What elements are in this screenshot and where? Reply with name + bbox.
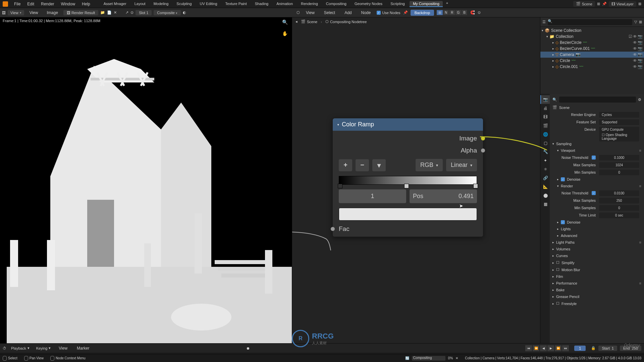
pan-icon[interactable]: ✋	[282, 31, 288, 36]
compositor-node-editor[interactable]: ◂ 🎬 Scene › ⬡ Compositing Nodetree ▾ Col…	[292, 17, 540, 349]
fac-socket[interactable]	[331, 227, 335, 231]
ramp-stop-2[interactable]	[473, 184, 478, 188]
camera-icon[interactable]: 📷	[638, 64, 643, 69]
volumes-header[interactable]: ▸Volumes	[550, 246, 644, 252]
ch-g[interactable]: G	[455, 10, 462, 15]
current-frame[interactable]: 1	[574, 346, 586, 351]
camera-icon[interactable]: 📷	[638, 40, 643, 45]
ws-tab-scripting[interactable]: Scripting	[387, 1, 408, 7]
overlay-icon[interactable]: ⊙	[130, 10, 133, 15]
ws-tab-rendering[interactable]: Rendering	[298, 1, 321, 7]
tree-item-beziercircle[interactable]: ▸ ◇ BezierCircle 〰 👁📷	[540, 40, 644, 46]
eye-icon[interactable]: 👁	[633, 64, 637, 69]
tl-marker[interactable]: Marker	[73, 346, 93, 351]
render-header[interactable]: ▾Render≡	[554, 183, 644, 189]
view-menu2[interactable]: View	[26, 10, 42, 15]
ramp-stop-1[interactable]	[404, 184, 409, 188]
image-socket[interactable]	[481, 136, 485, 140]
ramp-stop-0[interactable]	[338, 184, 342, 188]
ptab-modifier[interactable]: 🔧	[540, 147, 550, 156]
color-ramp-node[interactable]: ▾ Color Ramp Image Alpha + − ▾ RGB▾	[332, 118, 483, 237]
ramp-menu-button[interactable]: ▾	[372, 159, 386, 171]
gizmo-icon[interactable]: ↗	[125, 10, 128, 15]
frame-lock-icon[interactable]: 🔒	[591, 346, 596, 350]
render-result-field[interactable]: 🖼 Render Result	[63, 10, 98, 15]
eye-icon[interactable]: 👁	[633, 46, 637, 51]
cancel-icon[interactable]: ✕	[455, 356, 458, 360]
ptab-particles[interactable]: ✦	[540, 156, 550, 165]
overlay2-icon[interactable]: ⊙	[478, 10, 481, 15]
viewlayer-new-icon[interactable]: ⊞	[638, 2, 641, 6]
ramp-interp-dropdown[interactable]: Linear▾	[446, 159, 477, 171]
filter-icon[interactable]: ▽	[634, 20, 637, 24]
pin-icon[interactable]: 📌	[403, 10, 408, 15]
motionblur-header[interactable]: ▸☐ Motion Blur	[550, 266, 644, 273]
sampling-header[interactable]: ▾Sampling	[550, 140, 644, 147]
ws-tab-sculpting[interactable]: Sculpting	[173, 1, 195, 7]
node-header[interactable]: ▾ Color Ramp	[333, 118, 483, 131]
lightpaths-header[interactable]: ▸Light Paths≡	[550, 239, 644, 246]
film-header[interactable]: ▸Film	[550, 273, 644, 280]
render-engine-dropdown[interactable]: Cycles	[599, 112, 639, 118]
scene-new-icon[interactable]: ⊞	[597, 2, 600, 6]
ptab-render[interactable]: 📷	[540, 95, 550, 104]
ramp-mode-dropdown[interactable]: RGB▾	[416, 159, 443, 171]
camera-icon[interactable]: 📷	[638, 52, 643, 57]
ws-tab-modeling[interactable]: Modeling	[150, 1, 172, 7]
jump-start-button[interactable]: ⏮	[525, 345, 532, 351]
pass-selector[interactable]: Composite ▾	[154, 10, 181, 15]
options-icon[interactable]: ⚙	[638, 98, 641, 102]
slot-selector[interactable]: Slot 1	[136, 10, 152, 15]
eye-icon[interactable]: 👁	[633, 34, 637, 39]
simplify-header[interactable]: ▸☐ Simplify	[550, 259, 644, 266]
viewlayer-selector[interactable]: 🎞 ViewLayer	[609, 1, 636, 7]
ws-tab-texture[interactable]: Texture Paint	[222, 1, 250, 7]
tree-collection[interactable]: ▾ 📁 Collection ☑👁📷	[540, 34, 644, 40]
r-min-field[interactable]: 0	[599, 205, 639, 211]
prev-key-button[interactable]: ⏪	[533, 345, 539, 351]
camera-icon[interactable]: 📷	[638, 58, 643, 63]
ramp-gradient[interactable]	[339, 176, 477, 185]
advanced-header[interactable]: ▸Advanced	[554, 232, 644, 239]
tree-item-circle[interactable]: ▸ ◇ Circle 〰 👁📷	[540, 58, 644, 64]
ramp-index-field[interactable]: 1	[339, 189, 406, 203]
freestyle-header[interactable]: ▸☐ Freestyle	[550, 300, 644, 307]
osl-toggle[interactable]: ☐ Open Shading Language	[599, 132, 639, 141]
tree-item-camera[interactable]: ▸ ▽ Camera 📷 👁📷	[540, 52, 644, 58]
snap-icon[interactable]: 🧲	[470, 10, 475, 15]
new-image-icon[interactable]: 📄	[107, 10, 112, 15]
zoom-icon[interactable]: 🔍	[282, 19, 288, 25]
prop-scene-crumb[interactable]: 🎬 Scene	[550, 104, 644, 111]
color-mode-icon[interactable]: ◐	[183, 10, 186, 15]
vp-min-field[interactable]: 0	[599, 170, 639, 175]
exclude-icon[interactable]: ☑	[629, 34, 632, 39]
ptab-texture[interactable]: ▦	[540, 200, 550, 208]
tree-scene-collection[interactable]: ▾ 📦 Scene Collection	[540, 27, 644, 34]
r-denoise-header[interactable]: ▸✓Denoise	[554, 219, 644, 226]
scene-selector[interactable]: 🎬 Scene	[573, 1, 595, 7]
eye-icon[interactable]: 👁	[633, 52, 637, 57]
vp-max-field[interactable]: 1024	[599, 162, 639, 168]
autokey-icon[interactable]: ⏺	[246, 346, 250, 350]
keying-menu[interactable]: Keying ▾	[34, 345, 53, 351]
ws-tab-geonodes[interactable]: Geometry Nodes	[351, 1, 386, 7]
vp-denoise-header[interactable]: ▸✓Denoise	[554, 176, 644, 183]
ws-tab-compositing[interactable]: Compositing	[323, 1, 350, 7]
bc-nodetree[interactable]: ⬡ Compositing Nodetree	[325, 19, 367, 24]
ne-view[interactable]: View	[303, 10, 318, 15]
ch-b[interactable]: B	[462, 10, 468, 15]
play-button[interactable]: ▶	[547, 345, 554, 351]
ptab-scene[interactable]: 🎬	[540, 121, 550, 130]
ws-tab-asset[interactable]: Asset Mnager	[100, 1, 130, 7]
close-image-icon[interactable]: ✕	[114, 10, 117, 15]
r-max-field[interactable]: 250	[599, 198, 639, 203]
next-key-button[interactable]: ⏩	[555, 345, 561, 351]
ptab-world[interactable]: 🌐	[540, 130, 550, 139]
ne-add[interactable]: Add	[341, 10, 355, 15]
view-menu[interactable]: View▾	[8, 10, 24, 15]
alpha-socket[interactable]	[481, 148, 485, 153]
outliner[interactable]: ▾ 📦 Scene Collection ▾ 📁 Collection ☑👁📷 …	[540, 27, 644, 94]
feature-set-dropdown[interactable]: Supported	[599, 119, 639, 125]
tl-view[interactable]: View	[55, 346, 71, 351]
use-nodes-toggle[interactable]: ✓ Use Nodes	[377, 11, 400, 15]
